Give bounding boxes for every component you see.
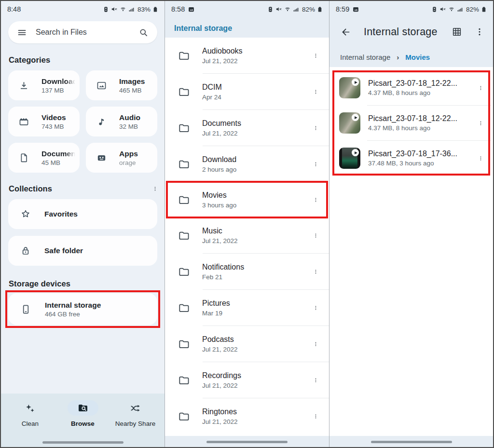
clock: 8:59 xyxy=(336,5,349,13)
play-icon xyxy=(352,114,359,121)
folder-icon xyxy=(178,374,190,386)
folder-icon xyxy=(178,122,190,134)
row-menu-icon[interactable] xyxy=(311,339,320,349)
row-menu-icon[interactable] xyxy=(311,195,320,204)
folder-row-music[interactable]: Music Jul 21, 2022 xyxy=(165,217,329,253)
row-menu-icon[interactable] xyxy=(311,376,320,385)
search-placeholder: Search in Files xyxy=(36,28,138,37)
category-apps[interactable]: Apps orage xyxy=(86,143,157,173)
category-images[interactable]: Images 465 MB xyxy=(86,70,157,100)
collections-menu-icon[interactable] xyxy=(151,184,160,193)
folder-date: Jul 21, 2022 xyxy=(202,382,311,389)
folder-name: Movies xyxy=(202,190,311,201)
folder-row-dcim[interactable]: DCIM Apr 24 xyxy=(165,74,329,109)
row-menu-icon[interactable] xyxy=(311,231,320,240)
mute-icon xyxy=(111,6,118,13)
folder-name: Music xyxy=(202,226,311,236)
category-grid: Download 137 MB Images 465 MB Videos 743… xyxy=(8,70,157,173)
category-documents[interactable]: Documents 45 MB xyxy=(8,143,80,173)
bottom-navigation: Clean Browse Nearby Share xyxy=(1,394,165,447)
row-menu-icon[interactable] xyxy=(476,83,485,93)
top-bar: 8:59 82% Internal storage xyxy=(329,1,493,67)
storage-internal[interactable]: Internal storage 464 GB free xyxy=(8,293,157,325)
grid-view-button[interactable] xyxy=(450,25,464,39)
breadcrumb-parent[interactable]: Internal storage xyxy=(340,53,390,61)
folder-row-movies[interactable]: Movies 3 hours ago xyxy=(165,182,329,217)
collection-safe-folder[interactable]: Safe folder xyxy=(8,236,157,266)
kebab-icon xyxy=(475,27,484,37)
folder-row-podcasts[interactable]: Podcasts Jul 21, 2022 xyxy=(165,326,329,362)
page-title: Internal storage xyxy=(174,24,329,33)
folder-row-audiobooks[interactable]: Audiobooks Jul 21, 2022 xyxy=(165,38,329,73)
top-bar: 8:58 82% Internal storage xyxy=(165,1,329,38)
category-download[interactable]: Download 137 MB xyxy=(8,70,80,100)
menu-icon[interactable] xyxy=(17,27,27,38)
nav-label: Clean xyxy=(22,420,39,427)
folder-name: Podcasts xyxy=(202,335,311,345)
file-row[interactable]: Picsart_23-07-18_12-22... 4.37 MB, 8 hou… xyxy=(331,70,491,105)
row-menu-icon[interactable] xyxy=(311,51,320,60)
row-menu-icon[interactable] xyxy=(311,123,320,133)
back-button[interactable] xyxy=(340,27,351,38)
bottom-strip xyxy=(329,436,493,447)
home-indicator xyxy=(371,441,452,443)
row-menu-icon[interactable] xyxy=(311,412,320,421)
category-size: 743 MB xyxy=(41,123,66,130)
section-categories: Categories xyxy=(9,55,157,65)
signal-icon xyxy=(128,6,135,13)
category-label: Download xyxy=(41,77,76,86)
folder-row-notifications[interactable]: Notifications Feb 21 xyxy=(165,254,329,289)
grid-view-icon xyxy=(452,27,462,37)
file-list: Picsart_23-07-18_12-22... 4.37 MB, 8 hou… xyxy=(331,70,491,176)
category-size: orage xyxy=(119,159,138,166)
category-label: Videos xyxy=(41,113,66,122)
category-videos[interactable]: Videos 743 MB xyxy=(8,107,80,136)
file-row[interactable]: Picsart_23-07-18_17-36... 37.48 MB, 3 ho… xyxy=(331,141,491,176)
search-bar[interactable]: Search in Files xyxy=(8,21,157,43)
folder-list: Audiobooks Jul 21, 2022 DCIM Apr 24 Docu… xyxy=(165,38,329,436)
file-meta: 37.48 MB, 3 hours ago xyxy=(368,160,476,167)
phone-icon xyxy=(20,303,32,315)
nav-nearby-share[interactable]: Nearby Share xyxy=(111,400,160,427)
row-menu-icon[interactable] xyxy=(311,160,320,169)
folder-name: Documents xyxy=(202,119,311,129)
app-badge-icon xyxy=(267,6,274,13)
nav-browse[interactable]: Browse xyxy=(59,400,107,427)
folder-row-pictures[interactable]: Pictures Mar 19 xyxy=(165,290,329,326)
clean-sparkle-icon xyxy=(24,402,36,414)
category-audio[interactable]: Audio 32 MB xyxy=(86,107,157,136)
panel-movies-folder: 8:59 82% Internal storage xyxy=(329,1,493,447)
chevron-right-icon: › xyxy=(397,53,399,61)
search-icon[interactable] xyxy=(138,27,149,38)
home-indicator xyxy=(206,441,288,443)
collection-favorites[interactable]: Favorites xyxy=(8,199,157,229)
screenshot-icon xyxy=(188,6,195,13)
storage-free-space: 464 GB free xyxy=(45,311,101,318)
document-icon xyxy=(18,152,29,163)
row-menu-icon[interactable] xyxy=(311,87,320,96)
category-label: Documents xyxy=(41,149,76,158)
breadcrumb-current[interactable]: Movies xyxy=(405,53,430,61)
folder-icon xyxy=(178,86,190,98)
file-name: Picsart_23-07-18_12-22... xyxy=(368,79,476,88)
row-menu-icon[interactable] xyxy=(311,303,320,312)
folder-row-ringtones[interactable]: Ringtones Jul 21, 2022 xyxy=(165,398,329,434)
overflow-menu-button[interactable] xyxy=(473,25,486,39)
nav-clean[interactable]: Clean xyxy=(6,400,55,427)
folder-date: Jul 21, 2022 xyxy=(202,57,311,65)
wifi-icon xyxy=(120,6,126,13)
folder-row-recordings[interactable]: Recordings Jul 21, 2022 xyxy=(165,362,329,398)
row-menu-icon[interactable] xyxy=(311,267,320,276)
folder-row-download[interactable]: Download 2 hours ago xyxy=(165,146,329,182)
back-arrow-icon xyxy=(340,27,351,38)
row-menu-icon[interactable] xyxy=(476,154,485,163)
file-row[interactable]: Picsart_23-07-18_12-22... 4.37 MB, 8 hou… xyxy=(331,106,491,140)
mute-icon xyxy=(275,6,282,13)
category-label: Images xyxy=(119,77,145,86)
row-menu-icon[interactable] xyxy=(476,119,485,128)
bottom-strip xyxy=(165,436,329,447)
folder-row-documents[interactable]: Documents Jul 21, 2022 xyxy=(165,110,329,146)
folder-name: Ringtones xyxy=(202,407,311,417)
star-icon xyxy=(20,208,31,220)
app-bar: Internal storage xyxy=(329,18,493,45)
